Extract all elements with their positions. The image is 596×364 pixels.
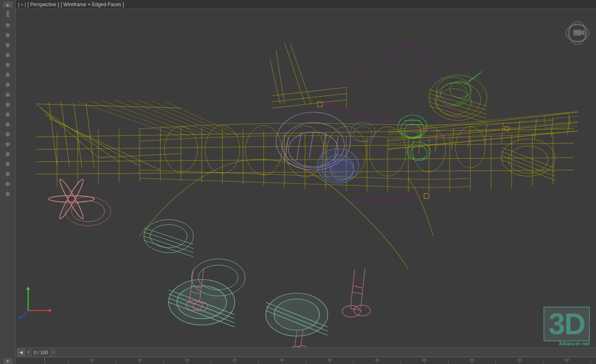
toolbar-scroll-down[interactable]: ▼: [3, 358, 12, 364]
toolbar-icon-11[interactable]: ✱: [3, 120, 12, 129]
toolbar-icon-1[interactable]: ✱: [3, 21, 12, 30]
timeline-bar: ◀ < 0 / 100 >: [16, 347, 596, 364]
viewport-area[interactable]: [ + ] [ Perspective ] [ Wireframe + Edge…: [16, 0, 596, 364]
svg-text:50: 50: [470, 358, 474, 362]
toolbar-icon-9[interactable]: ✱: [3, 100, 12, 109]
toolbar-icon-14[interactable]: ✱: [3, 150, 12, 159]
toolbar-icon-16[interactable]: ✱: [3, 169, 12, 178]
toolbar-icon-8[interactable]: ✱: [3, 90, 12, 99]
timeline-controls: ◀ < 0 / 100 >: [16, 348, 596, 357]
svg-text:40: 40: [375, 358, 379, 362]
toolbar-icon-12[interactable]: ✱: [3, 130, 12, 139]
timeline-scroll-right[interactable]: >: [50, 348, 56, 357]
toolbar-label: zen: [5, 10, 10, 17]
svg-text:25: 25: [233, 358, 237, 362]
svg-rect-3: [573, 30, 582, 36]
header-plus[interactable]: [ + ]: [18, 2, 26, 7]
header-view-mode[interactable]: [ Wireframe + Edged Faces ]: [61, 2, 124, 7]
svg-text:10: 10: [90, 358, 94, 362]
toolbar-icon-17[interactable]: ✱: [3, 179, 12, 188]
airplane-wireframe-svg: [16, 9, 596, 347]
scene-canvas[interactable]: [16, 9, 596, 347]
toolbar-icon-13[interactable]: ✱: [3, 140, 12, 149]
toolbar-icon-10[interactable]: ✱: [3, 110, 12, 119]
toolbar-icon-18[interactable]: ✱: [3, 189, 12, 198]
toolbar-scroll-up[interactable]: ▲: [3, 2, 12, 7]
svg-text:60: 60: [565, 358, 569, 362]
svg-text:5: 5: [44, 358, 46, 362]
svg-text:20: 20: [185, 358, 189, 362]
svg-text:35: 35: [327, 358, 331, 362]
toolbar-icon-3[interactable]: ✱: [3, 40, 12, 50]
toolbar-icon-5[interactable]: ✱: [3, 60, 12, 69]
timeline-prev-btn[interactable]: ◀: [17, 349, 25, 356]
left-toolbar: ▲ zen ✱ ✱ ✱ ✱ ✱ ✱ ✱ ✱ ✱ ✱ ✱ ✱ ✱ ✱ ✱ ✱ ✱ …: [0, 0, 16, 364]
main-container: ▲ zen ✱ ✱ ✱ ✱ ✱ ✱ ✱ ✱ ✱ ✱ ✱ ✱ ✱ ✱ ✱ ✱ ✱ …: [0, 0, 596, 364]
svg-point-120: [331, 160, 354, 180]
bottom-ruler: 5 10 15 20 25 30 35 40 45 50 55 60: [16, 357, 596, 364]
toolbar-icon-6[interactable]: ✱: [3, 70, 12, 79]
watermark-url: 3dlancer.net: [558, 340, 590, 347]
viewport-header: [ + ] [ Perspective ] [ Wireframe + Edge…: [16, 0, 596, 9]
watermark-3d-text: 3D: [544, 307, 590, 341]
svg-text:55: 55: [517, 358, 522, 362]
svg-text:45: 45: [422, 358, 427, 362]
watermark-3d: 3D: [544, 307, 590, 341]
toolbar-icon-7[interactable]: ✱: [3, 80, 12, 89]
timeline-frame-display[interactable]: 0 / 100: [34, 350, 48, 355]
timeline-scroll-left[interactable]: <: [26, 348, 31, 357]
nav-gizmo[interactable]: [563, 21, 592, 45]
svg-rect-5: [16, 21, 596, 335]
header-perspective[interactable]: [ Perspective ]: [28, 2, 59, 7]
svg-text:15: 15: [138, 358, 142, 362]
svg-text:30: 30: [280, 358, 284, 362]
svg-marker-4: [582, 30, 584, 36]
toolbar-icon-2[interactable]: ✱: [3, 31, 12, 40]
toolbar-icon-15[interactable]: ✱: [3, 159, 12, 169]
toolbar-icon-4[interactable]: ✱: [3, 50, 12, 59]
